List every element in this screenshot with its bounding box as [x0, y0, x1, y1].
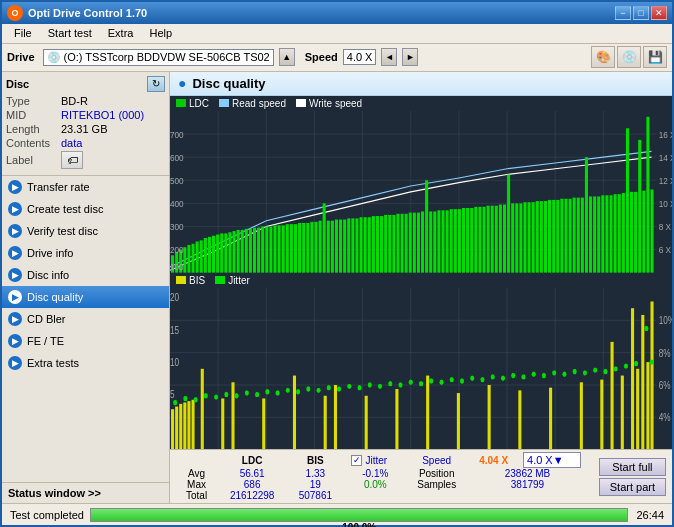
- bottom-status-bar: Test completed 100.0% 26:44: [2, 503, 672, 525]
- svg-rect-52: [323, 203, 326, 272]
- svg-rect-22: [200, 240, 203, 272]
- svg-rect-85: [458, 209, 461, 273]
- svg-rect-125: [622, 193, 625, 273]
- nav-drive-info[interactable]: ▶ Drive info: [2, 242, 169, 264]
- disc-label-button[interactable]: 🏷: [61, 151, 83, 169]
- svg-rect-183: [631, 308, 634, 449]
- svg-point-222: [521, 374, 525, 379]
- nav-extra-tests[interactable]: ▶ Extra tests: [2, 352, 169, 374]
- nav-verify-test-disc[interactable]: ▶ Verify test disc: [2, 220, 169, 242]
- svg-rect-94: [495, 206, 498, 273]
- svg-text:500: 500: [170, 175, 184, 186]
- svg-rect-169: [293, 375, 296, 449]
- status-window-button[interactable]: Status window >>: [2, 482, 169, 503]
- svg-point-224: [542, 372, 546, 377]
- nav-drive-info-label: Drive info: [27, 247, 73, 259]
- speed-stat-label: Speed: [422, 455, 451, 466]
- jitter-checkbox[interactable]: ✓ Jitter: [351, 455, 399, 466]
- nav-items: ▶ Transfer rate ▶ Create test disc ▶ Ver…: [2, 176, 169, 482]
- nav-create-test-disc[interactable]: ▶ Create test disc: [2, 198, 169, 220]
- nav-disc-info[interactable]: ▶ Disc info: [2, 264, 169, 286]
- start-full-button[interactable]: Start full: [599, 458, 666, 476]
- maximize-button[interactable]: □: [633, 6, 649, 20]
- disc-color-button[interactable]: 🎨: [591, 46, 615, 68]
- svg-rect-186: [646, 362, 649, 450]
- start-buttons: Start full Start part: [599, 458, 666, 496]
- speed-select[interactable]: 4.0 X: [343, 49, 377, 65]
- menu-file[interactable]: File: [6, 26, 40, 40]
- speed-stat-value: 4.04 X: [468, 452, 519, 468]
- svg-rect-81: [441, 210, 444, 272]
- jitter-check-mark: ✓: [351, 455, 362, 466]
- svg-rect-77: [425, 180, 428, 272]
- svg-rect-78: [429, 211, 432, 272]
- speed-down-button[interactable]: ◄: [381, 48, 397, 66]
- nav-cd-bler[interactable]: ▶ CD Bler: [2, 308, 169, 330]
- disc-contents-value: data: [61, 137, 82, 149]
- svg-rect-107: [548, 200, 551, 273]
- svg-point-199: [286, 387, 290, 392]
- svg-rect-39: [269, 226, 272, 272]
- stats-table: LDC BIS ✓ Jitter Speed 4.0: [176, 452, 587, 501]
- svg-point-217: [470, 375, 474, 380]
- nav-transfer-rate-label: Transfer rate: [27, 181, 90, 193]
- svg-rect-28: [224, 233, 227, 272]
- drive-select[interactable]: 💿 (O:) TSSTcorp BDDVDW SE-506CB TS02: [43, 49, 274, 66]
- menu-extra[interactable]: Extra: [100, 26, 142, 40]
- svg-rect-172: [365, 395, 368, 449]
- svg-rect-80: [437, 210, 440, 272]
- nav-fe-te-label: FE / TE: [27, 335, 64, 347]
- disc-section-title: Disc: [6, 78, 29, 90]
- speed-stat-dropdown[interactable]: 4.0 X ▼: [523, 452, 581, 468]
- svg-rect-165: [201, 368, 204, 449]
- svg-rect-18: [183, 247, 186, 272]
- stats-samples-value: 381799: [468, 479, 587, 490]
- stats-samples-label: Samples: [405, 479, 468, 490]
- svg-rect-98: [511, 203, 514, 272]
- minimize-button[interactable]: −: [615, 6, 631, 20]
- chart-title: Disc quality: [192, 76, 265, 91]
- svg-point-196: [255, 391, 259, 396]
- start-part-button[interactable]: Start part: [599, 478, 666, 496]
- drive-eject-button[interactable]: ▲: [279, 48, 295, 66]
- extra-tests-icon: ▶: [8, 356, 22, 370]
- save-button[interactable]: 💾: [643, 46, 667, 68]
- progress-bar: 100.0%: [90, 508, 628, 522]
- svg-rect-163: [187, 401, 190, 449]
- svg-point-209: [388, 380, 392, 385]
- svg-rect-83: [450, 209, 453, 273]
- close-button[interactable]: ✕: [651, 6, 667, 20]
- svg-rect-122: [610, 195, 613, 272]
- menu-help[interactable]: Help: [141, 26, 180, 40]
- svg-rect-72: [405, 214, 408, 273]
- svg-rect-127: [630, 192, 633, 273]
- speed-up-button[interactable]: ►: [402, 48, 418, 66]
- disc-refresh-button[interactable]: ↻: [147, 76, 165, 92]
- svg-rect-121: [605, 195, 608, 272]
- svg-text:12 X: 12 X: [659, 175, 672, 186]
- menu-start-test[interactable]: Start test: [40, 26, 100, 40]
- svg-rect-178: [549, 387, 552, 449]
- nav-disc-quality[interactable]: ▶ Disc quality: [2, 286, 169, 308]
- svg-rect-47: [302, 223, 305, 273]
- svg-rect-110: [560, 199, 563, 273]
- svg-point-205: [347, 383, 351, 388]
- svg-rect-43: [286, 224, 289, 272]
- svg-rect-29: [228, 232, 231, 272]
- fe-te-icon: ▶: [8, 334, 22, 348]
- svg-rect-66: [380, 216, 383, 273]
- content-area: ● Disc quality LDC Read speed: [170, 72, 672, 503]
- nav-fe-te[interactable]: ▶ FE / TE: [2, 330, 169, 352]
- svg-text:10 X: 10 X: [659, 198, 672, 209]
- svg-rect-130: [642, 191, 645, 273]
- write-speed-color-swatch: [296, 99, 306, 107]
- svg-point-194: [235, 393, 239, 398]
- time-label: 26:44: [636, 509, 664, 521]
- svg-rect-117: [589, 196, 592, 272]
- disc-check-button[interactable]: 💿: [617, 46, 641, 68]
- svg-rect-86: [462, 208, 465, 273]
- svg-rect-160: [175, 406, 178, 449]
- nav-transfer-rate[interactable]: ▶ Transfer rate: [2, 176, 169, 198]
- drive-bar: Drive 💿 (O:) TSSTcorp BDDVDW SE-506CB TS…: [2, 44, 672, 72]
- svg-rect-162: [183, 402, 186, 449]
